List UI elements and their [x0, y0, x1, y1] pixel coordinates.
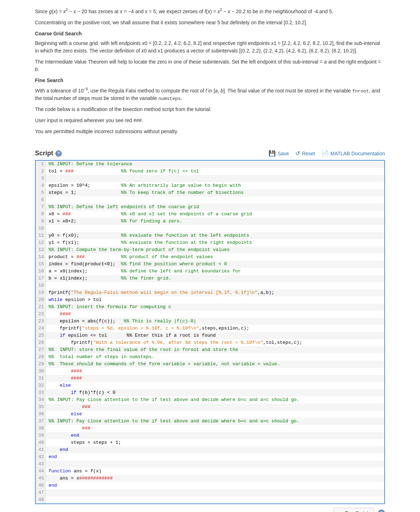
line-content	[46, 175, 384, 182]
line-content: end	[46, 482, 384, 489]
code-line: 5steps = 1; %% To keep track of the numb…	[36, 189, 384, 196]
code-line: 20while epsilon > tol	[36, 296, 384, 303]
line-content: %% total number of steps in numsteps.	[46, 353, 384, 361]
line-content: %% INPUT: store the final value of the r…	[46, 346, 384, 353]
run-help-icon[interactable]: ?	[378, 510, 385, 512]
intro-para-1: Since g(x) = x2 − x − 20 has zeroes at x…	[35, 7, 385, 15]
line-content: x1 = x0+2; %% for finding a zero.	[46, 218, 384, 225]
line-number: 35	[36, 403, 46, 411]
code-line: 3	[36, 175, 384, 182]
fine-para: With a tolerance of 10−9, use the Regula…	[35, 86, 385, 102]
line-content: fprintf("steps = %d, epsilon = %.10f, c …	[46, 325, 384, 332]
code-line: 46end	[36, 482, 384, 489]
code-line: 7%% INPUT: Define the left endpoints of …	[36, 204, 384, 211]
code-line: 11y0 = f(x0); %% evaluate the function a…	[36, 232, 384, 239]
line-number: 18	[36, 282, 46, 289]
line-content: end	[46, 432, 384, 439]
line-number: 40	[36, 439, 46, 446]
script-section: Script ? 💾 Save ↺ Reset 📄 MATLAB Documen…	[35, 150, 385, 512]
code-line: 12y1 = f(x1); %% evaluate the function a…	[36, 239, 384, 246]
code-line: 18	[36, 282, 384, 289]
line-number: 14	[36, 254, 46, 261]
code-line: 23 epsilon = abs(f(c)); %% This is reall…	[36, 318, 384, 325]
code-line: 22 ####	[36, 311, 384, 318]
coarse-para: Beginning with a course grid, with left …	[35, 40, 385, 55]
line-number: 19	[36, 289, 46, 296]
run-script-button[interactable]: ▶ Run Script	[333, 508, 374, 512]
line-content: %% INPUT: Define the tolerance	[46, 161, 384, 168]
line-content: a = x0(index); %% define the left and ri…	[46, 268, 384, 275]
code-editor[interactable]: 1%% INPUT: Define the tolerance2tol = ##…	[35, 160, 385, 504]
line-content: %% INPUT: Define the left endpoints of t…	[46, 204, 384, 211]
run-script-bar: ▶ Run Script ?	[35, 504, 385, 512]
script-help-icon[interactable]: ?	[55, 150, 62, 157]
line-number: 22	[36, 311, 46, 318]
line-number: 16	[36, 268, 46, 275]
line-content: while epsilon > tol	[46, 296, 384, 303]
line-content: else	[46, 411, 384, 418]
script-header: Script ? 💾 Save ↺ Reset 📄 MATLAB Documen…	[35, 150, 385, 157]
line-number: 3	[36, 175, 46, 182]
line-content: y1 = f(x1); %% evaluate the function at …	[46, 239, 384, 246]
line-number: 29	[36, 361, 46, 368]
code-line: 4epsilon = 10^4; %% An arbitrarily large…	[36, 182, 384, 189]
code-line: 44function ans = f(x)	[36, 468, 384, 475]
line-content: ###	[46, 403, 384, 411]
line-number: 43	[36, 461, 46, 468]
matlab-docs-button[interactable]: 📄 MATLAB Documentation	[321, 150, 385, 157]
line-content: ###	[46, 425, 384, 432]
line-content: x0 = ### %% x0 and x1 set the endpoints …	[46, 211, 384, 218]
coarse-heading: Coarse Grid Search	[35, 30, 385, 37]
line-number: 26	[36, 339, 46, 346]
line-content: if f(b)*f(c) < 0	[46, 389, 384, 396]
line-content	[46, 225, 384, 232]
line-number: 36	[36, 411, 46, 418]
line-content: b = x1(index); %% the finer grid.	[46, 275, 384, 282]
line-number: 15	[36, 261, 46, 268]
line-number: 21	[36, 303, 46, 311]
line-content: end	[46, 446, 384, 453]
code-line: 17b = x1(index); %% the finer grid.	[36, 275, 384, 282]
code-line: 33 if f(b)*f(c) < 0	[36, 389, 384, 396]
code-line: 28%% total number of steps in numsteps.	[36, 353, 384, 361]
content-area: Since g(x) = x2 − x − 20 has zeroes at x…	[35, 7, 385, 512]
line-content: %% INPUT: insert the formula for computi…	[46, 303, 384, 311]
line-number: 28	[36, 353, 46, 361]
code-line: 21%% INPUT: insert the formula for compu…	[36, 303, 384, 311]
line-content: ####	[46, 311, 384, 318]
line-content	[46, 496, 384, 503]
code-line: 47	[36, 489, 384, 496]
line-number: 44	[36, 468, 46, 475]
save-button[interactable]: 💾 Save	[269, 150, 289, 157]
line-number: 42	[36, 453, 46, 461]
code-line: 6	[36, 196, 384, 204]
code-line: 8x0 = ### %% x0 and x1 set the endpoints…	[36, 211, 384, 218]
code-line: 40 steps = steps + 1;	[36, 439, 384, 446]
code-line: 26 fprintf("With a tolerance of %.0e, af…	[36, 339, 384, 346]
line-number: 41	[36, 446, 46, 453]
line-content: steps = steps + 1;	[46, 439, 384, 446]
line-content: %% INPUT: Compute the term-by-term produ…	[46, 246, 384, 254]
matlab-icon: 📄	[321, 150, 329, 157]
code-line: 2tol = ### %% found zero if f(c) <= tol	[36, 168, 384, 175]
line-number: 23	[36, 318, 46, 325]
code-line: 39 end	[36, 432, 384, 439]
code-line: 16a = x0(index); %% define the left and …	[36, 268, 384, 275]
code-line: 36 else	[36, 411, 384, 418]
code-line: 42end	[36, 453, 384, 461]
reset-button[interactable]: ↺ Reset	[295, 150, 315, 157]
code-line: 10	[36, 225, 384, 232]
line-number: 32	[36, 382, 46, 389]
bisection-para: The code below is a modification of the …	[35, 106, 385, 113]
code-line: 34%% INPUT: Pay close attention to the i…	[36, 396, 384, 403]
toolbar-buttons: 💾 Save ↺ Reset 📄 MATLAB Documentation	[269, 150, 385, 157]
line-content: epsilon = abs(f(c)); %% This is really |…	[46, 318, 384, 325]
line-number: 1	[36, 161, 46, 168]
line-number: 4	[36, 182, 46, 189]
line-number: 20	[36, 296, 46, 303]
line-content: %% INPUT: Pay close attention to the if …	[46, 418, 384, 425]
save-icon: 💾	[269, 150, 276, 157]
line-content: epsilon = 10^4; %% An arbitrarily large …	[46, 182, 384, 189]
intro-para-2: Concentrating on the positive root, we s…	[35, 19, 385, 26]
code-line: 31 ####	[36, 375, 384, 382]
